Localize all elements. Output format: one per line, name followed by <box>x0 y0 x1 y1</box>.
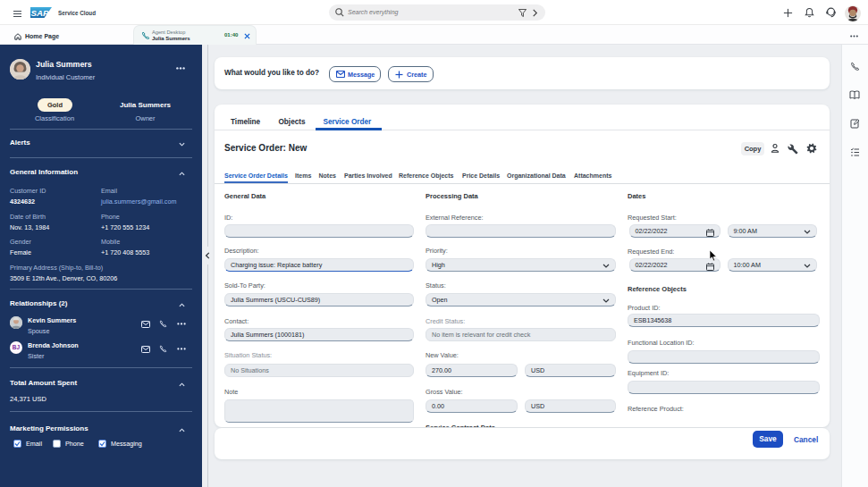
svg-text:SAP: SAP <box>31 8 50 18</box>
